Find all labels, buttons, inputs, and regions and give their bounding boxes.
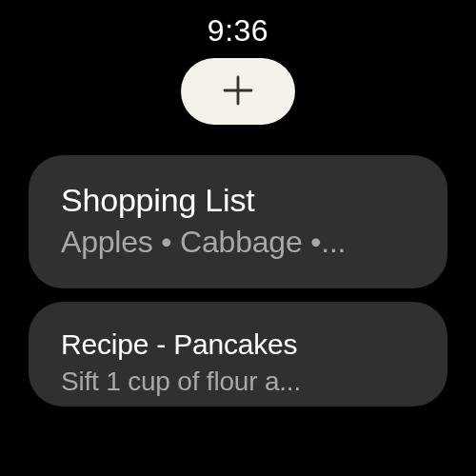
plus-icon <box>218 70 258 113</box>
notes-list: Shopping List Apples • Cabbage •... Reci… <box>0 155 476 407</box>
note-preview: Apples • Cabbage •... <box>61 225 415 260</box>
note-title: Recipe - Pancakes <box>61 328 415 361</box>
note-title: Shopping List <box>61 182 415 219</box>
note-card[interactable]: Shopping List Apples • Cabbage •... <box>29 155 447 288</box>
note-card[interactable]: Recipe - Pancakes Sift 1 cup of flour a.… <box>29 302 447 407</box>
note-preview: Sift 1 cup of flour a... <box>61 367 415 397</box>
add-note-button[interactable] <box>181 58 295 125</box>
status-time: 9:36 <box>208 13 268 49</box>
